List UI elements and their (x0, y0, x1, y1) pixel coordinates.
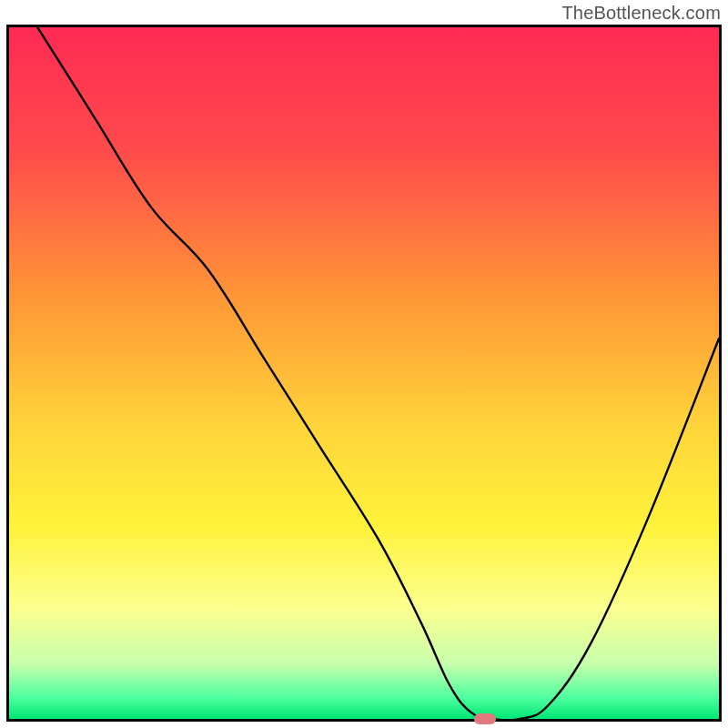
chart-frame (6, 25, 722, 722)
watermark-text: TheBottleneck.com (561, 3, 721, 24)
bottleneck-curve (9, 27, 719, 719)
optimal-marker (474, 713, 496, 724)
